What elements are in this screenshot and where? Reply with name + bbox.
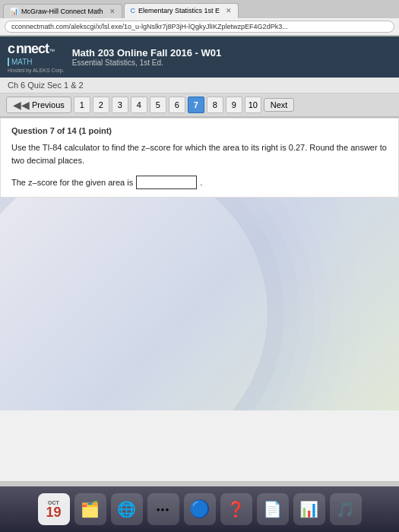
dock-globe-icon: 🌐 (117, 500, 136, 518)
hosted-by: Hosted by ALEKS Corp. (8, 68, 65, 73)
dock-help-icon: ❓ (226, 500, 245, 518)
dock-preview-icon: 📄 (263, 500, 282, 518)
dock-chrome-icon: 🔵 (189, 499, 210, 519)
next-label: Next (271, 100, 288, 109)
page-10[interactable]: 10 (245, 97, 261, 113)
dock-finder[interactable]: 🗂️ (74, 493, 106, 525)
breadcrumb: Ch 6 Quiz Sec 1 & 2 (8, 81, 84, 90)
tab-mcgraw-label: McGraw-Hill Connect Math (21, 8, 103, 15)
page-9[interactable]: 9 (226, 97, 242, 113)
decorative-background (0, 198, 399, 410)
page-7-active[interactable]: 7 (188, 97, 204, 113)
dock-preview[interactable]: 📄 (257, 493, 289, 525)
question-text: Use the TI-84 calculator to find the z–s… (11, 141, 388, 166)
page-4[interactable]: 4 (131, 97, 147, 113)
answer-input[interactable] (136, 176, 197, 189)
tab-mcgraw[interactable]: 📊 McGraw-Hill Connect Math ✕ (3, 4, 122, 18)
logo-math-label: MATH (11, 58, 33, 66)
answer-suffix: . (200, 178, 202, 187)
dock-globe[interactable]: 🌐 (111, 493, 143, 525)
prev-arrow-icon: ◀◀ (13, 99, 30, 111)
address-bar[interactable]: cconnectmath.com/alekscgi/x/lsl.exe/1o_u… (5, 21, 394, 33)
tab-elementary-icon: C (131, 7, 136, 14)
pagination-bar: ◀◀ Previous 1 2 3 4 5 6 7 8 9 10 Next (0, 93, 399, 118)
nav-bar: Ch 6 Quiz Sec 1 & 2 (0, 78, 399, 93)
logo-text: nnect (16, 41, 49, 57)
page-1[interactable]: 1 (74, 97, 90, 113)
page-2[interactable]: 2 (93, 97, 109, 113)
dock-music[interactable]: 🎵 (330, 493, 362, 525)
logo-math: MATH (8, 58, 65, 66)
dock-music-icon: 🎵 (336, 500, 355, 518)
logo-c: c (8, 41, 15, 57)
previous-button[interactable]: ◀◀ Previous (6, 97, 71, 113)
answer-prefix: The z–score for the given area is (11, 178, 133, 187)
dock-date[interactable]: OCT 19 (38, 493, 70, 525)
dock-help[interactable]: ❓ (220, 493, 252, 525)
header-title-area: Math 203 Online Fall 2016 - W01 Essentia… (72, 47, 391, 67)
header-bar: c nnect ™ MATH Hosted by ALEKS Corp. Mat… (0, 36, 399, 78)
page-content: c nnect ™ MATH Hosted by ALEKS Corp. Mat… (0, 36, 399, 481)
dock-day: 19 (46, 505, 61, 519)
tab-mcgraw-icon: 📊 (10, 8, 18, 15)
dock-chart-icon: 📊 (299, 500, 318, 518)
tab-elementary[interactable]: C Elementary Statistics 1st E ✕ (124, 3, 239, 18)
dock-dots[interactable]: ●●● (147, 493, 179, 525)
dock-chrome[interactable]: 🔵 (184, 493, 216, 525)
next-button[interactable]: Next (264, 98, 295, 112)
dock-dots-icon: ●●● (157, 506, 170, 513)
question-area: Question 7 of 14 (1 point) Use the TI-84… (0, 118, 399, 198)
dock-finder-icon: 🗂️ (81, 500, 100, 518)
taskbar: OCT 19 🗂️ 🌐 ●●● 🔵 ❓ 📄 📊 🎵 (0, 486, 399, 532)
question-header: Question 7 of 14 (1 point) (11, 126, 388, 135)
address-bar-row: cconnectmath.com/alekscgi/x/lsl.exe/1o_u… (0, 18, 399, 36)
page-8[interactable]: 8 (207, 97, 223, 113)
previous-label: Previous (32, 100, 65, 109)
header-title: Math 203 Online Fall 2016 - W01 (72, 47, 391, 59)
dock-chart[interactable]: 📊 (293, 493, 325, 525)
answer-row: The z–score for the given area is . (11, 176, 388, 189)
logo-tm: ™ (49, 48, 55, 55)
logo-area: c nnect ™ MATH Hosted by ALEKS Corp. (8, 41, 65, 73)
header-subtitle: Essential Statistics, 1st Ed. (72, 59, 391, 67)
page-3[interactable]: 3 (112, 97, 128, 113)
page-5[interactable]: 5 (150, 97, 166, 113)
page-6[interactable]: 6 (169, 97, 185, 113)
tab-bar: 📊 McGraw-Hill Connect Math ✕ C Elementar… (0, 0, 399, 18)
tab-elementary-label: Elementary Statistics 1st E (138, 7, 220, 14)
question-body: Use the TI-84 calculator to find the z–s… (11, 143, 387, 165)
tab-mcgraw-close[interactable]: ✕ (109, 8, 116, 15)
tab-elementary-close[interactable]: ✕ (226, 7, 232, 14)
